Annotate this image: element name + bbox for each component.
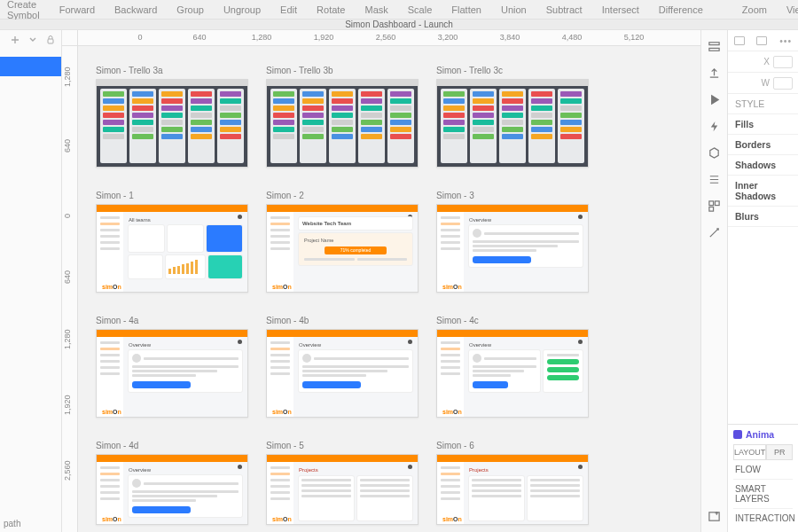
fills-section[interactable]: Fills (728, 114, 798, 135)
menu-flatten[interactable]: Flatten (451, 4, 481, 15)
artboard-label: Simon - Trello 3b (266, 66, 419, 75)
menu-mask[interactable]: Mask (365, 4, 388, 15)
artboard[interactable]: Simon - 6ProjectssimOn (436, 441, 589, 525)
artboard-thumb[interactable]: All teamssimOn (96, 204, 248, 293)
artboard-thumb[interactable] (266, 79, 419, 168)
svg-rect-2 (709, 48, 719, 51)
artboard-label: Simon - 5 (266, 441, 419, 450)
menu-difference[interactable]: Difference (659, 4, 703, 15)
menu-union[interactable]: Union (501, 4, 527, 15)
document-title: Simon Dashboard - Launch (0, 20, 798, 30)
add-page-icon[interactable] (10, 35, 20, 47)
bolt-icon[interactable] (708, 119, 722, 133)
artboard-thumb[interactable]: OverviewsimOn (266, 329, 419, 418)
menu-edit[interactable]: Edit (280, 4, 297, 15)
plugin-tool-strip (700, 30, 727, 532)
menu-forward[interactable]: Forward (59, 4, 95, 15)
artboard[interactable]: Simon - 4cOverviewsimOn (436, 316, 589, 418)
artboard-label: Simon - 4c (436, 316, 589, 325)
hexagon-icon[interactable] (708, 145, 722, 160)
artboard-label: Simon - 2 (266, 191, 419, 200)
artboard[interactable]: Simon - 4dOverviewsimOn (96, 441, 248, 525)
svg-rect-4 (715, 200, 719, 205)
menu-scale[interactable]: Scale (408, 4, 433, 15)
w-field[interactable] (773, 77, 793, 90)
artboard[interactable]: Simon - 2Website Tech TeamProject Name71… (266, 191, 419, 293)
artboard[interactable]: Simon - 1All teamssimOn (96, 191, 248, 293)
anima-tab-pr[interactable]: PR (766, 444, 793, 460)
artboard-label: Simon - Trello 3a (96, 66, 248, 75)
anima-logo-icon (733, 430, 742, 439)
image-add-icon[interactable] (708, 509, 722, 523)
artboard[interactable]: Simon - 5ProjectssimOn (266, 441, 419, 525)
artboard-thumb[interactable]: OverviewsimOn (436, 329, 589, 418)
ruler-horizontal: 0 640 1,280 1,920 2,560 3,200 3,840 4,48… (62, 30, 700, 46)
artboard-label: Simon - 4d (96, 441, 248, 450)
inner-shadows-section[interactable]: Inner Shadows (728, 176, 798, 207)
artboard-thumb[interactable] (96, 79, 248, 168)
svg-rect-1 (709, 42, 719, 44)
svg-rect-5 (709, 207, 714, 211)
artboard-thumb[interactable]: Website Tech TeamProject Name71% complet… (266, 204, 419, 293)
artboard[interactable]: Simon - 4bOverviewsimOn (266, 316, 419, 418)
svg-rect-3 (709, 200, 714, 205)
align-icon[interactable] (708, 39, 722, 53)
artboard[interactable]: Simon - Trello 3c (436, 66, 589, 168)
chevron-down-icon[interactable] (27, 35, 38, 47)
play-icon[interactable] (708, 92, 722, 106)
anima-smart-layers[interactable]: SMART LAYERS (733, 480, 793, 509)
artboard-label: Simon - 6 (436, 441, 589, 450)
artboard-label: Simon - 4a (96, 316, 248, 325)
export-icon[interactable] (708, 66, 722, 80)
artboard-thumb[interactable]: OverviewsimOn (96, 454, 248, 525)
menu-zoom[interactable]: Zoom (742, 4, 767, 15)
borders-section[interactable]: Borders (728, 135, 798, 155)
artboard-thumb[interactable]: ProjectssimOn (436, 454, 589, 525)
style-header: STYLE (728, 94, 798, 114)
menu-subtract[interactable]: Subtract (546, 4, 583, 15)
menu-create-symbol[interactable]: Create Symbol (7, 0, 40, 20)
artboard-thumb[interactable]: OverviewsimOn (96, 329, 248, 418)
blurs-section[interactable]: Blurs (728, 207, 798, 227)
menu-group[interactable]: Group (176, 4, 204, 15)
list-icon[interactable] (708, 172, 722, 186)
app-menubar: Create Symbol Forward Backward Group Ung… (0, 0, 798, 20)
anima-flow[interactable]: FLOW (733, 460, 793, 480)
canvas[interactable]: 0 640 1,280 1,920 2,560 3,200 3,840 4,48… (62, 30, 700, 532)
artboard[interactable]: Simon - Trello 3b (266, 66, 419, 168)
menu-view[interactable]: View (786, 4, 798, 15)
artboard-label: Simon - 4b (266, 316, 419, 325)
lock-icon[interactable] (45, 35, 56, 47)
artboard-thumb[interactable]: ProjectssimOn (266, 454, 419, 525)
artboard-thumb[interactable]: OverviewsimOn (436, 204, 589, 293)
shadows-section[interactable]: Shadows (728, 155, 798, 176)
inspector-panel: ••• X W STYLE Fills Borders Shadows Inne… (727, 30, 798, 532)
menu-intersect[interactable]: Intersect (602, 4, 639, 15)
filter-layers-label: path (0, 515, 61, 532)
anima-interaction[interactable]: INTERACTION (733, 509, 793, 528)
artboard[interactable]: Simon - 3OverviewsimOn (436, 191, 589, 293)
wand-icon[interactable] (708, 225, 722, 239)
selected-layer-row[interactable] (0, 57, 61, 76)
ruler-vertical: 1,280 640 0 640 1,280 1,920 2,560 (62, 46, 78, 532)
artboard-label: Simon - Trello 3c (436, 66, 589, 75)
artboard[interactable]: Simon - 4aOverviewsimOn (96, 316, 248, 418)
artboard-label: Simon - 1 (96, 191, 248, 200)
spacing-icon[interactable] (708, 199, 722, 213)
menu-ungroup[interactable]: Ungroup (223, 4, 261, 15)
menu-backward[interactable]: Backward (114, 4, 157, 15)
inspector-align-bar[interactable]: ••• (728, 30, 798, 51)
menu-rotate[interactable]: Rotate (317, 4, 345, 15)
x-field[interactable] (773, 56, 793, 68)
anima-panel: Anima LAYOUT PR FLOW SMART LAYERS INTERA… (728, 424, 798, 532)
artboard[interactable]: Simon - Trello 3a (96, 66, 248, 168)
svg-rect-0 (48, 39, 53, 43)
artboard-label: Simon - 3 (436, 191, 589, 200)
artboard-thumb[interactable] (436, 79, 589, 168)
layers-panel: path (0, 30, 62, 532)
anima-tab-layout[interactable]: LAYOUT (733, 444, 766, 460)
